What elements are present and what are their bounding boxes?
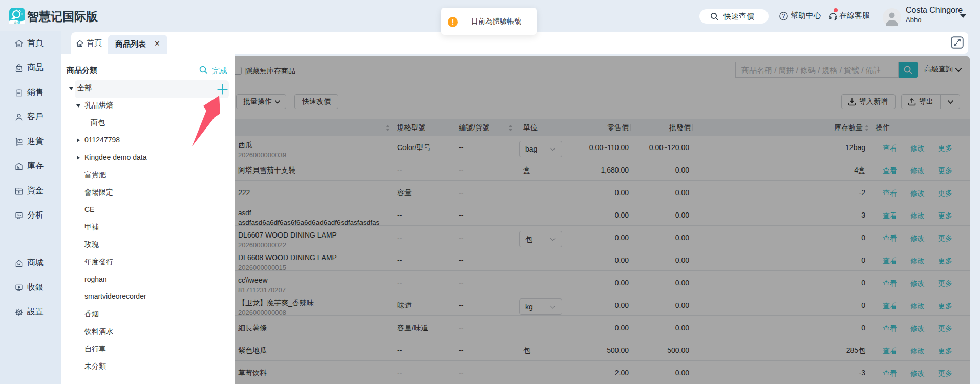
svg-text:?: ?	[782, 13, 785, 19]
svg-text:intl: intl	[14, 20, 20, 25]
